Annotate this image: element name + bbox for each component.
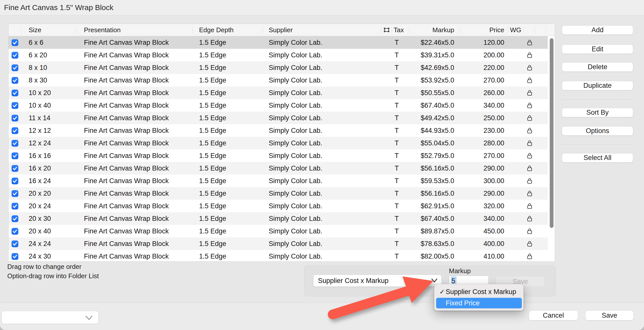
cell-supp: Simply Color Lab. (263, 74, 382, 87)
table-row[interactable]: 8 x 10Fine Art Canvas Wrap Block1.5 Edge… (9, 61, 548, 74)
table-row[interactable]: 20 x 40Fine Art Canvas Wrap Block1.5 Edg… (9, 225, 548, 237)
header-frame-column[interactable] (382, 24, 392, 36)
row-checkbox[interactable] (12, 240, 18, 247)
cell-check[interactable] (9, 137, 21, 149)
cell-tax: T (392, 225, 409, 237)
pricing-mode-select[interactable]: Supplier Cost x Markup (313, 275, 442, 287)
cell-wg (508, 200, 524, 212)
scrollbar-thumb[interactable] (550, 38, 554, 228)
row-checkbox[interactable] (12, 52, 18, 59)
row-checkbox[interactable] (12, 90, 18, 96)
cell-check[interactable] (9, 149, 21, 162)
cell-check[interactable] (9, 162, 21, 175)
cell-price: 280.00 (460, 137, 508, 149)
row-checkbox[interactable] (12, 115, 18, 121)
cell-frame (382, 49, 392, 61)
table-row[interactable]: 8 x 30Fine Art Canvas Wrap Block1.5 Edge… (9, 74, 548, 87)
edit-button[interactable]: Edit (562, 45, 633, 54)
table-row[interactable]: 10 x 20Fine Art Canvas Wrap Block1.5 Edg… (9, 87, 548, 99)
select-all-button[interactable]: Select All (562, 153, 633, 162)
cell-edge: 1.5 Edge (193, 49, 263, 61)
scrollbar-track[interactable] (548, 36, 555, 261)
cell-check[interactable] (9, 99, 21, 112)
cell-check[interactable] (9, 225, 21, 237)
table-row[interactable]: 6 x 20Fine Art Canvas Wrap Block1.5 Edge… (9, 49, 548, 61)
cell-check[interactable] (9, 87, 21, 99)
header-tax[interactable]: Tax (392, 24, 409, 36)
duplicate-button[interactable]: Duplicate (562, 81, 633, 90)
cell-check[interactable] (9, 175, 21, 187)
cell-check[interactable] (9, 250, 21, 261)
cell-check[interactable] (9, 36, 21, 49)
table-row[interactable]: 20 x 24Fine Art Canvas Wrap Block1.5 Edg… (9, 200, 548, 212)
cell-check[interactable] (9, 49, 21, 61)
row-checkbox[interactable] (12, 253, 18, 260)
header-wg[interactable]: WG (508, 24, 524, 36)
table-row[interactable]: 10 x 40Fine Art Canvas Wrap Block1.5 Edg… (9, 99, 548, 112)
cell-price: 290.00 (460, 187, 508, 200)
cell-check[interactable] (9, 124, 21, 137)
table-row[interactable]: 12 x 24Fine Art Canvas Wrap Block1.5 Edg… (9, 137, 548, 149)
row-checkbox[interactable] (12, 152, 18, 159)
table-row[interactable]: 11 x 14Fine Art Canvas Wrap Block1.5 Edg… (9, 112, 548, 124)
row-checkbox[interactable] (12, 64, 18, 71)
row-checkbox[interactable] (12, 39, 18, 46)
table-row[interactable]: 16 x 24Fine Art Canvas Wrap Block1.5 Edg… (9, 175, 548, 187)
row-checkbox[interactable] (12, 190, 18, 197)
row-checkbox[interactable] (12, 140, 18, 147)
row-checkbox[interactable] (12, 203, 18, 210)
row-checkbox[interactable] (12, 178, 18, 184)
header-spare-column (546, 24, 555, 36)
cell-check[interactable] (9, 61, 21, 74)
cell-markup: $52.79x5.0 (409, 149, 460, 162)
cell-check[interactable] (9, 212, 21, 225)
header-size[interactable]: Size (21, 24, 76, 36)
cell-price: 250.00 (460, 112, 508, 124)
folder-select[interactable] (2, 311, 99, 324)
cell-pres: Fine Art Canvas Wrap Block (76, 212, 193, 225)
table-row[interactable]: 24 x 24Fine Art Canvas Wrap Block1.5 Edg… (9, 237, 548, 250)
cell-check[interactable] (9, 237, 21, 250)
row-checkbox[interactable] (12, 127, 18, 134)
options-button[interactable]: Options (562, 126, 633, 136)
cancel-button[interactable]: Cancel (529, 310, 578, 320)
cell-check[interactable] (9, 200, 21, 212)
cell-pres: Fine Art Canvas Wrap Block (76, 99, 193, 112)
table-row[interactable]: 20 x 20Fine Art Canvas Wrap Block1.5 Edg… (9, 187, 548, 200)
cell-wg (508, 87, 524, 99)
row-checkbox[interactable] (12, 165, 18, 172)
header-edge-depth[interactable]: Edge Depth (193, 24, 263, 36)
cell-supp: Simply Color Lab. (263, 61, 382, 74)
header-presentation[interactable]: Presentation (76, 24, 193, 36)
table-row[interactable]: 24 x 30Fine Art Canvas Wrap Block1.5 Edg… (9, 250, 548, 261)
delete-button[interactable]: Delete (562, 62, 633, 72)
sort-by-button[interactable]: Sort By (562, 108, 633, 117)
table-row[interactable]: 16 x 20Fine Art Canvas Wrap Block1.5 Edg… (9, 162, 548, 175)
add-button[interactable]: Add (562, 25, 633, 35)
save-button[interactable]: Save (585, 310, 634, 320)
header-supplier[interactable]: Supplier (263, 24, 382, 36)
cell-size: 20 x 30 (21, 212, 76, 225)
cell-pres: Fine Art Canvas Wrap Block (76, 87, 193, 99)
table-row[interactable]: 20 x 30Fine Art Canvas Wrap Block1.5 Edg… (9, 212, 548, 225)
cell-check[interactable] (9, 187, 21, 200)
cell-check[interactable] (9, 112, 21, 124)
cell-price: 410.00 (460, 250, 508, 261)
row-checkbox[interactable] (12, 228, 18, 235)
row-checkbox[interactable] (12, 77, 18, 84)
header-price[interactable]: Price (460, 24, 508, 36)
cell-pres: Fine Art Canvas Wrap Block (76, 36, 193, 49)
table-row[interactable]: 6 x 6Fine Art Canvas Wrap Block1.5 EdgeS… (9, 36, 548, 49)
table-row[interactable]: 12 x 12Fine Art Canvas Wrap Block1.5 Edg… (9, 124, 548, 137)
row-checkbox[interactable] (12, 215, 18, 222)
cell-size: 24 x 24 (21, 237, 76, 250)
menu-item-fixed-price[interactable]: Fixed Price (436, 298, 522, 308)
cell-check[interactable] (9, 74, 21, 87)
table-row[interactable]: 16 x 16Fine Art Canvas Wrap Block1.5 Edg… (9, 149, 548, 162)
cell-pres: Fine Art Canvas Wrap Block (76, 225, 193, 237)
row-checkbox[interactable] (12, 102, 18, 109)
menu-item-supplier-cost[interactable]: ✓ Supplier Cost x Markup (434, 286, 523, 297)
cell-price: 230.00 (460, 124, 508, 137)
cell-price: 260.00 (460, 87, 508, 99)
header-markup[interactable]: Markup (409, 24, 460, 36)
